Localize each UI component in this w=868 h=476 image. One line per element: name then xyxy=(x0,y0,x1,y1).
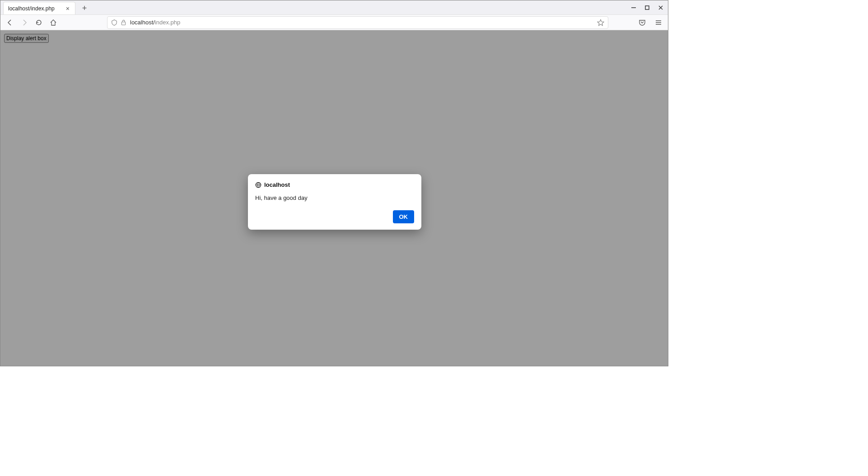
toolbar-right xyxy=(636,17,664,28)
dialog-header: localhost xyxy=(255,181,414,188)
svg-rect-4 xyxy=(121,22,125,25)
url-text: localhost/index.php xyxy=(130,19,180,26)
dialog-actions: OK xyxy=(255,210,414,223)
pocket-icon[interactable] xyxy=(636,17,648,28)
close-tab-icon[interactable]: × xyxy=(65,5,70,12)
hamburger-menu-icon[interactable] xyxy=(653,17,664,28)
url-bar[interactable]: localhost/index.php xyxy=(107,16,608,29)
dialog-source: localhost xyxy=(264,181,290,188)
forward-button[interactable] xyxy=(19,17,30,28)
url-path: index.php xyxy=(155,19,180,26)
bookmark-star-icon[interactable] xyxy=(597,19,604,26)
new-tab-button[interactable]: + xyxy=(78,2,91,14)
url-host: localhost/ xyxy=(130,19,155,26)
reload-button[interactable] xyxy=(33,17,45,28)
tab-bar: localhost/index.php × + xyxy=(0,0,668,15)
close-window-button[interactable] xyxy=(657,4,664,11)
alert-dialog: localhost Hi, have a good day OK xyxy=(248,174,421,230)
svg-rect-1 xyxy=(645,6,649,9)
window-controls xyxy=(630,0,664,15)
minimize-button[interactable] xyxy=(630,4,637,11)
tab-active[interactable]: localhost/index.php × xyxy=(3,2,75,14)
lock-icon xyxy=(121,19,126,25)
globe-icon xyxy=(255,182,261,188)
back-button[interactable] xyxy=(4,17,16,28)
tab-title: localhost/index.php xyxy=(8,5,55,12)
page-content: Display alert box localhost Hi, have a g… xyxy=(0,30,668,366)
maximize-button[interactable] xyxy=(644,4,651,11)
browser-toolbar: localhost/index.php xyxy=(0,15,668,30)
ok-button[interactable]: OK xyxy=(393,210,415,223)
dialog-message: Hi, have a good day xyxy=(255,194,414,201)
shield-icon[interactable] xyxy=(111,19,126,26)
home-button[interactable] xyxy=(47,17,59,28)
